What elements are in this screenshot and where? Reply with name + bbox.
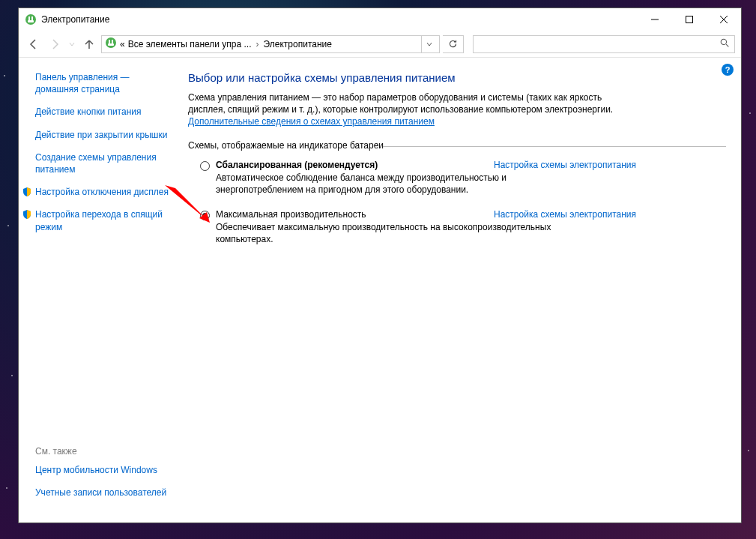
scheme-name: Максимальная производительность xyxy=(216,209,366,220)
back-button[interactable] xyxy=(25,35,43,53)
more-info-link[interactable]: Дополнительные сведения о схемах управле… xyxy=(188,116,435,127)
control-panel-window: Электропитание « Все элементы панели упр… xyxy=(18,7,742,523)
chevron-right-icon[interactable]: › xyxy=(255,39,261,49)
svg-rect-3 xyxy=(28,20,34,22)
power-scheme-balanced: Сбалансированная (рекомендуется) Настрой… xyxy=(188,160,636,196)
minimize-button[interactable] xyxy=(638,8,672,31)
search-icon[interactable] xyxy=(720,38,730,50)
up-button[interactable] xyxy=(80,35,98,53)
window-controls xyxy=(638,8,741,31)
description-text: Схема управления питанием — это набор па… xyxy=(188,92,613,115)
breadcrumb-part[interactable]: Электропитание xyxy=(264,39,332,49)
breadcrumb-prefix: « xyxy=(120,39,125,49)
refresh-button[interactable] xyxy=(443,35,464,53)
svg-point-0 xyxy=(25,14,36,25)
breadcrumb-icon xyxy=(105,37,117,51)
sidebar-link[interactable]: Создание схемы управления питанием xyxy=(35,151,169,175)
forward-button[interactable] xyxy=(46,35,64,53)
see-also-header: См. также xyxy=(35,446,170,457)
see-also-link[interactable]: Учетные записи пользователей xyxy=(35,487,170,499)
scheme-settings-link[interactable]: Настройка схемы электропитания xyxy=(494,209,636,220)
svg-rect-1 xyxy=(28,16,30,20)
app-icon xyxy=(25,13,37,25)
recent-dropdown[interactable] xyxy=(67,35,77,53)
titlebar: Электропитание xyxy=(19,8,741,31)
address-bar: « Все элементы панели упра ... › Электро… xyxy=(19,31,741,58)
shield-icon xyxy=(22,209,32,220)
maximize-button[interactable] xyxy=(672,8,707,31)
see-also-link[interactable]: Центр мобильности Windows xyxy=(35,464,170,476)
address-dropdown[interactable] xyxy=(421,36,436,52)
window-title: Электропитание xyxy=(41,14,638,25)
breadcrumb-part[interactable]: Все элементы панели упра ... xyxy=(128,39,252,49)
radio-high-performance[interactable] xyxy=(200,211,210,220)
schemes-group-label: Схемы, отображаемые на индикаторе батаре… xyxy=(188,140,636,151)
scheme-description: Обеспечивает максимальную производительн… xyxy=(216,221,590,245)
help-button[interactable]: ? xyxy=(722,64,734,76)
svg-point-12 xyxy=(721,39,726,44)
svg-rect-10 xyxy=(112,40,113,43)
control-panel-home-link[interactable]: Панель управления — домашняя страница xyxy=(35,71,169,95)
sidebar-link[interactable]: Действие при закрытии крышки xyxy=(35,129,169,141)
page-heading: Выбор или настройка схемы управления пит… xyxy=(188,71,636,84)
scheme-name: Сбалансированная (рекомендуется) xyxy=(216,160,378,170)
svg-rect-2 xyxy=(31,16,33,20)
sidebar-link[interactable]: Действие кнопки питания xyxy=(35,106,169,118)
shield-icon xyxy=(22,187,32,197)
group-label-text: Схемы, отображаемые на индикаторе батаре… xyxy=(188,140,384,151)
search-box[interactable] xyxy=(473,35,735,53)
svg-rect-5 xyxy=(686,16,693,23)
page-description: Схема управления питанием — это набор па… xyxy=(188,91,636,128)
see-also-section: См. также Центр мобильности Windows Учет… xyxy=(35,446,170,509)
close-button[interactable] xyxy=(707,8,741,31)
sidebar-link[interactable]: Настройка перехода в спящий режим xyxy=(35,208,169,232)
radio-balanced[interactable] xyxy=(200,161,210,171)
svg-rect-9 xyxy=(109,40,110,43)
svg-point-8 xyxy=(106,37,116,48)
scheme-description: Автоматическое соблюдение баланса между … xyxy=(216,172,590,196)
svg-line-13 xyxy=(726,44,728,46)
sidebar: Панель управления — домашняя страница Де… xyxy=(19,58,176,523)
scheme-settings-link[interactable]: Настройка схемы электропитания xyxy=(494,160,636,170)
power-scheme-high-performance: Максимальная производительность Настройк… xyxy=(188,209,636,245)
sidebar-link[interactable]: Настройка отключения дисплея xyxy=(35,186,169,198)
content-area: Панель управления — домашняя страница Де… xyxy=(19,58,741,523)
main-panel: ? Выбор или настройка схемы управления п… xyxy=(176,58,741,523)
search-input[interactable] xyxy=(478,39,720,49)
breadcrumb-box[interactable]: « Все элементы панели упра ... › Электро… xyxy=(101,35,440,53)
svg-rect-11 xyxy=(108,43,114,46)
